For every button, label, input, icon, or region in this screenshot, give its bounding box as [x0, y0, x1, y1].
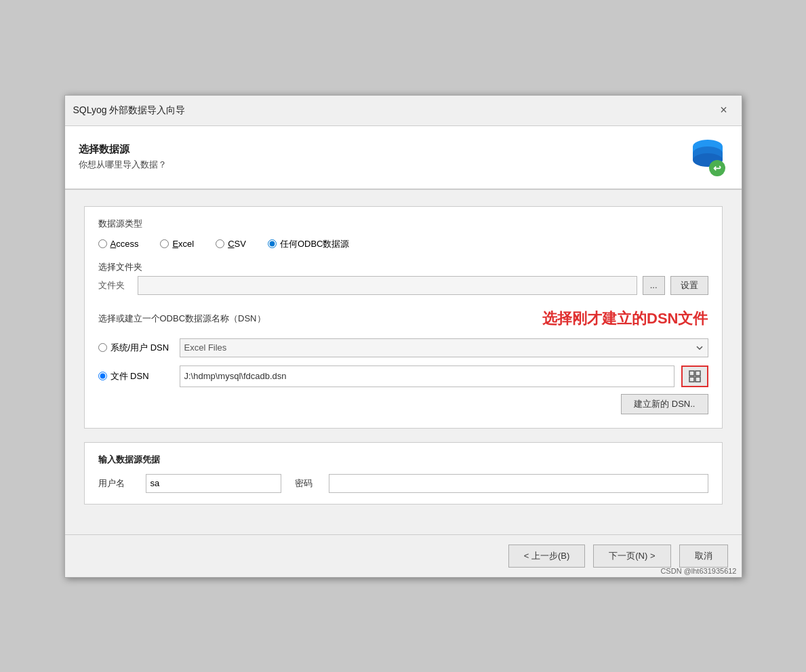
radio-odbc-input[interactable]	[268, 239, 277, 248]
folder-input[interactable]	[138, 276, 637, 295]
svg-rect-8	[696, 371, 700, 376]
new-dsn-button[interactable]: 建立新的 DSN..	[621, 394, 708, 414]
radio-access[interactable]: Access	[98, 239, 139, 249]
radio-odbc-label: 任何ODBC数据源	[280, 238, 350, 250]
database-icon: ↩	[687, 137, 728, 178]
file-dsn-input[interactable]	[180, 365, 674, 387]
browse-icon	[688, 370, 702, 383]
folder-browse-button[interactable]: ...	[643, 276, 665, 295]
svg-text:↩: ↩	[713, 163, 721, 174]
credentials-section: 输入数据源凭据 用户名 密码	[84, 442, 723, 505]
credentials-row: 用户名 密码	[98, 474, 708, 493]
header-section: 选择数据源 你想从哪里导入数据？ ↩	[65, 126, 742, 190]
datasource-type-section: 数据源类型 Access Excel CSV	[84, 206, 723, 429]
dialog-title: SQLyog 外部数据导入向导	[73, 104, 186, 117]
prev-button[interactable]: < 上一步(B)	[508, 545, 586, 568]
cancel-button[interactable]: 取消	[679, 545, 728, 568]
header-title: 选择数据源	[79, 143, 167, 156]
main-content: 数据源类型 Access Excel CSV	[65, 190, 742, 534]
svg-rect-7	[689, 371, 694, 376]
watermark: CSDN @lht631935612	[660, 567, 736, 575]
radio-csv-input[interactable]	[216, 239, 224, 248]
radio-excel[interactable]: Excel	[160, 239, 194, 249]
system-dsn-select[interactable]: Excel Files	[180, 338, 708, 357]
folder-section-label: 选择文件夹	[98, 262, 142, 272]
system-dsn-radio[interactable]	[98, 343, 107, 352]
next-button[interactable]: 下一页(N) >	[593, 545, 670, 568]
file-dsn-browse-button[interactable]	[681, 365, 708, 387]
odbc-section-label: 选择或建立一个ODBC数据源名称（DSN）	[98, 313, 266, 325]
radio-csv[interactable]: CSV	[216, 239, 246, 249]
system-dsn-row: 系统/用户 DSN Excel Files	[98, 338, 708, 357]
folder-settings-button[interactable]: 设置	[670, 276, 708, 295]
datasource-radio-group: Access Excel CSV 任何ODBC数据源	[98, 238, 708, 250]
header-subtitle: 你想从哪里导入数据？	[79, 159, 167, 171]
file-dsn-label: 文件 DSN	[110, 370, 149, 382]
odbc-header-row: 选择或建立一个ODBC数据源名称（DSN） 选择刚才建立的DSN文件	[98, 309, 708, 329]
title-bar: SQLyog 外部数据导入向导 ×	[65, 96, 742, 126]
datasource-type-label: 数据源类型	[98, 218, 708, 230]
odbc-callout: 选择刚才建立的DSN文件	[542, 309, 708, 329]
radio-csv-label: CSV	[228, 239, 246, 249]
radio-access-label: Access	[110, 239, 139, 249]
close-button[interactable]: ×	[714, 101, 733, 120]
folder-input-label: 文件夹	[98, 279, 132, 292]
header-text: 选择数据源 你想从哪里导入数据？	[79, 143, 167, 171]
radio-odbc[interactable]: 任何ODBC数据源	[268, 238, 350, 250]
radio-excel-input[interactable]	[160, 239, 169, 248]
radio-access-input[interactable]	[98, 239, 107, 248]
folder-row: 文件夹 ... 设置	[98, 276, 708, 295]
system-dsn-label: 系统/用户 DSN	[110, 342, 169, 354]
svg-rect-10	[696, 377, 700, 382]
system-dsn-radio-label[interactable]: 系统/用户 DSN	[98, 342, 173, 354]
credentials-title: 输入数据源凭据	[98, 454, 708, 466]
username-input[interactable]	[146, 474, 281, 493]
new-dsn-row: 建立新的 DSN..	[98, 394, 708, 414]
username-label: 用户名	[98, 477, 132, 490]
file-dsn-radio[interactable]	[98, 372, 107, 380]
password-input[interactable]	[329, 474, 708, 493]
radio-excel-label: Excel	[172, 239, 194, 249]
svg-rect-9	[689, 377, 694, 382]
file-dsn-radio-label[interactable]: 文件 DSN	[98, 370, 173, 382]
footer: < 上一步(B) 下一页(N) > 取消	[65, 534, 742, 577]
password-label: 密码	[295, 477, 315, 490]
odbc-section: 选择或建立一个ODBC数据源名称（DSN） 选择刚才建立的DSN文件 系统/用户…	[98, 309, 708, 414]
file-dsn-row: 文件 DSN	[98, 365, 708, 387]
